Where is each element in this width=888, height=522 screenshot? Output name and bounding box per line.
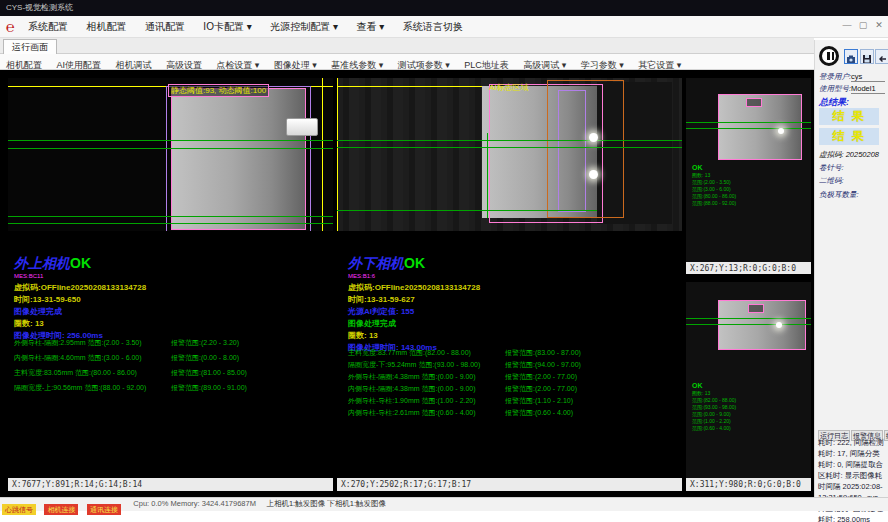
measurement-row: 隔圈宽度-上:90.56mm 范围:(88.00 - 92.00)报警范围:(8… (14, 383, 344, 395)
virtual-barcode: 虚拟码:OFFline20250208133134728 (14, 282, 344, 294)
minimize-button[interactable]: — (840, 20, 854, 30)
menu-comm-config[interactable]: 通讯配置 (145, 16, 185, 38)
window-title: CYS-视觉检测系统 (6, 3, 73, 12)
virtual-code-line: 虚拟码: 20250208 (819, 150, 879, 160)
camera-trigger-text: 上相机1:触发图像 下相机1:触发图像 (266, 498, 386, 510)
qr-code-label: 二维码: (819, 176, 844, 186)
connector-part (286, 118, 318, 136)
led-highlight (778, 128, 784, 134)
result-box-1: 结 果 (819, 108, 879, 125)
menu-language-switch[interactable]: 系统语言切换 (403, 16, 463, 38)
measure-line-green (337, 140, 682, 141)
led-highlight (589, 133, 598, 142)
save-tool-button[interactable] (860, 49, 874, 64)
loop-count: 圈数: 13 (14, 318, 344, 330)
camera-icon (846, 54, 856, 64)
tab-strip: 运行画面 (0, 38, 814, 54)
exit-tool-button[interactable] (875, 49, 888, 64)
process-done-text: 图像处理完成 (14, 306, 344, 318)
virtual-barcode: 虚拟码:OFFline20250208133134728 (348, 282, 683, 294)
capture-time: 时间:13-31-59-650 (14, 294, 344, 306)
measure-line-green (8, 140, 333, 141)
coords-bar-small-bottom: X:311;Y:980;R:0;G:0;B:0 (686, 478, 811, 491)
camera-link-badge: 相机连接 (44, 504, 78, 515)
menu-system-config[interactable]: 系统配置 (28, 16, 68, 38)
title-bar: CYS-视觉检测系统 (0, 0, 888, 16)
result-block-left: 外上相机OK MES:BC11 虚拟码:OFFline2025020813313… (14, 254, 344, 342)
neg-tab-count-label: 负极耳数量: (819, 190, 859, 200)
ai-threshold-text: 光源AI判定值: 155 (348, 306, 683, 318)
tab-run-screen[interactable]: 运行画面 (3, 39, 57, 55)
measure-line-green (337, 147, 682, 148)
measure-line-green (686, 318, 811, 319)
model-label: 使用型号: (819, 84, 851, 94)
user-label: 登录用户: (819, 72, 851, 82)
camera-view-small-bottom[interactable]: OK 圈数: 13 范围:(82.00 - 88.00) 范围:(93.00 -… (686, 282, 811, 478)
process-done-text: 图像处理完成 (348, 318, 683, 330)
model-value-field[interactable]: Model1 (851, 84, 885, 94)
cpu-memory-text: Cpu: 0.0% Memory: 3424.4179687M (133, 498, 256, 510)
camera-view-small-top[interactable]: OK 圈数: 13 范围:(2.00 - 3.50) 范围:(3.00 - 6.… (686, 78, 811, 262)
ai-region-overlay-label: AI标志区域 (489, 82, 529, 93)
menu-view[interactable]: 查看 ▾ (356, 16, 384, 38)
menu-light-control[interactable]: 光源控制配置 ▾ (270, 16, 338, 38)
mes-line: MES:B1:6 (348, 273, 683, 279)
pause-icon (827, 52, 830, 60)
mini-overlay-label (746, 98, 762, 107)
camera-name: 外上相机 (14, 255, 70, 271)
back-arrow-icon (877, 54, 887, 64)
measurement-row: 内侧导柱-隔圈:4.38mm 范围:(0.00 - 9.00)报警范围:(2.0… (348, 384, 678, 396)
mini-result-text: OK 圈数: 13 范围:(2.00 - 3.50) 范围:(3.00 - 6.… (692, 164, 736, 207)
camera-view-center[interactable]: AI标志区域 (337, 78, 682, 231)
coords-bar-center: X:270;Y:2502;R:17;G:17;B:17 (337, 478, 682, 491)
heartbeat-badge: 心跳信号 (2, 504, 36, 515)
menu-io-card-config[interactable]: IO卡配置 ▾ (203, 16, 251, 38)
measurement-row: 外侧导柱-隔圈:2.95mm 范围:(2.00 - 3.50)报警范围:(2.2… (14, 338, 344, 350)
measurement-row: 主料宽度:83.05mm 范围:(80.00 - 86.00)报警范围:(81.… (14, 368, 344, 380)
threshold-overlay-label: 静态阈值:93, 动态阈值:100 (168, 84, 269, 97)
mini-overlay-label (748, 304, 764, 313)
measurement-row: 内侧导柱-导柱:2.61mm 范围:(0.60 - 4.00)报警范围:(0.6… (348, 408, 678, 420)
pin-number-label: 卷针号: (819, 163, 844, 173)
capture-time: 时间:13-31-59-627 (348, 294, 683, 306)
app-logo-icon: ℮ (6, 19, 15, 36)
maximize-button[interactable]: ▢ (856, 20, 870, 30)
measure-line-green (487, 133, 488, 218)
overlay-yellow-vline (337, 78, 338, 231)
result-block-center: 外下相机OK MES:B1:6 虚拟码:OFFline2025020813313… (348, 254, 683, 354)
measure-line-green (686, 128, 811, 129)
measure-line-green (8, 148, 333, 149)
camera-status: OK (404, 255, 425, 271)
measure-line-green (686, 324, 811, 325)
mini-result-text: OK 圈数: 13 范围:(82.00 - 88.00) 范围:(93.00 -… (692, 382, 736, 432)
measurement-row: 主料宽度:83.77mm 范围:(82.00 - 88.00)报警范围:(83.… (348, 348, 678, 360)
measure-line-green (686, 122, 811, 123)
loop-count: 圈数: 13 (348, 330, 683, 342)
coords-bar-small-top: X:267;Y:13;R:0;G:0;B:0 (686, 262, 811, 274)
pause-button[interactable] (819, 46, 839, 66)
status-bar: 心跳信号 相机连接 通讯连接 Cpu: 0.0% Memory: 3424.41… (0, 497, 888, 511)
measurement-row: 内侧导柱-隔圈:4.60mm 范围:(3.00 - 6.00)报警范围:(0.0… (14, 353, 344, 365)
roi-rect-violet (166, 86, 311, 231)
side-panel: 登录用户: cys 使用型号: Model1 总结果: 结 果 结 果 虚拟码:… (814, 40, 888, 497)
measure-line-green (337, 210, 597, 211)
user-value-field[interactable]: cys (851, 72, 885, 82)
roi-rect-violet (558, 90, 586, 212)
measure-line-green (8, 216, 333, 217)
camera-view-left[interactable]: 静态阈值:93, 动态阈值:100 (8, 78, 333, 231)
camera-tool-button[interactable] (844, 49, 858, 64)
measurement-row: 外侧导柱-隔圈:4.38mm 范围:(0.00 - 9.00)报警范围:(2.0… (348, 372, 678, 384)
led-highlight (589, 170, 598, 179)
menu-bar: ℮ 系统配置 相机配置 通讯配置 IO卡配置 ▾ 光源控制配置 ▾ 查看 ▾ 系… (0, 16, 888, 38)
mes-line: MES:BC11 (14, 273, 344, 279)
close-button[interactable]: ✕ (872, 20, 886, 30)
measurement-row: 外侧导柱-导柱:1.90mm 范围:(1.00 - 2.20)报警范围:(1.1… (348, 396, 678, 408)
comm-link-badge: 通讯连接 (87, 504, 121, 515)
coords-bar-left: X:7677;Y:891;R:14;G:14;B:14 (8, 478, 333, 491)
menu-camera-config[interactable]: 相机配置 (86, 16, 126, 38)
result-box-2: 结 果 (819, 128, 879, 145)
led-highlight (776, 322, 782, 328)
overlay-yellow-vline (322, 78, 323, 231)
camera-status: OK (70, 255, 91, 271)
disk-icon (862, 54, 872, 64)
